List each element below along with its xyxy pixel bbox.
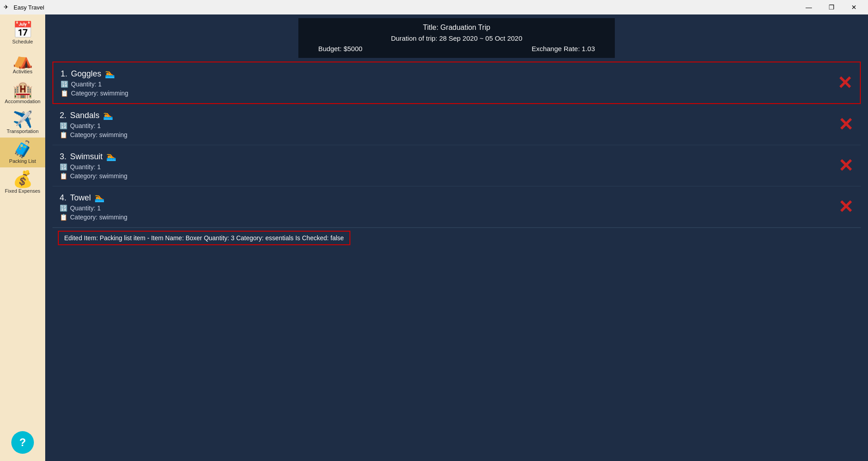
pack-item-2-name: 2. Sandals 🏊 — [60, 110, 127, 120]
pack-item-1-category: 📋 Category: swimming — [61, 90, 128, 97]
pack-item-3-name: 3. Swimsuit 🏊 — [60, 152, 127, 162]
delete-button-1[interactable] — [837, 74, 853, 92]
help-button[interactable]: ? — [11, 431, 34, 454]
app-title: Easy Travel — [14, 4, 44, 11]
exchange-label: Exchange Rate: 1.03 — [532, 45, 595, 52]
category-icon-2: 📋 — [60, 131, 67, 138]
maximize-button[interactable]: ❐ — [821, 0, 842, 14]
pack-item-4-number: 4. — [60, 193, 66, 203]
sidebar-item-packing[interactable]: 🧳 Packing List — [0, 138, 45, 167]
pack-item-4-cat-label: Category: swimming — [70, 214, 127, 221]
pack-item-4: 4. Towel 🏊 🔢 Quantity: 1 📋 Category: swi… — [52, 186, 861, 228]
header-info: Title: Graduation Trip Duration of trip:… — [298, 18, 615, 58]
trip-duration: Duration of trip: 28 Sep 2020 ~ 05 Oct 2… — [309, 34, 604, 42]
pack-item-4-name: 4. Towel 🏊 — [60, 193, 127, 203]
delete-button-2[interactable] — [838, 115, 854, 133]
pack-item-4-quantity: 🔢 Quantity: 1 — [60, 204, 127, 212]
pack-item-4-title: Towel — [70, 193, 91, 203]
pack-item-1-emoji: 🏊 — [105, 69, 115, 79]
main-content: Title: Graduation Trip Duration of trip:… — [45, 14, 868, 461]
pack-item-3-left: 3. Swimsuit 🏊 🔢 Quantity: 1 📋 Category: … — [60, 152, 127, 180]
schedule-icon: 📅 — [13, 22, 33, 38]
transportation-icon: ✈️ — [13, 111, 33, 128]
pack-item-3-title: Swimsuit — [70, 152, 103, 162]
category-icon-4: 📋 — [60, 214, 67, 221]
pack-item-4-qty-label: Quantity: 1 — [70, 204, 101, 212]
pack-item-3-number: 3. — [60, 152, 66, 162]
sidebar-item-accommodation[interactable]: 🏨 Accommodation — [0, 78, 45, 108]
trip-title: Title: Graduation Trip — [309, 24, 604, 32]
pack-item-1-left: 1. Goggles 🏊 🔢 Quantity: 1 📋 Category: s… — [61, 69, 128, 97]
sidebar-label-accommodation: Accommodation — [5, 99, 41, 104]
pack-item-3-emoji: 🏊 — [106, 152, 116, 162]
pack-item-1-cat-label: Category: swimming — [71, 90, 128, 97]
pack-item-3: 3. Swimsuit 🏊 🔢 Quantity: 1 📋 Category: … — [52, 145, 861, 186]
close-button[interactable]: ✕ — [844, 0, 864, 14]
sidebar: 📅 Schedule ⛺ Activities 🏨 Accommodation … — [0, 14, 45, 461]
quantity-icon-2: 🔢 — [60, 122, 67, 129]
pack-item-4-left: 4. Towel 🏊 🔢 Quantity: 1 📋 Category: swi… — [60, 193, 127, 221]
app-container: 📅 Schedule ⛺ Activities 🏨 Accommodation … — [0, 14, 868, 461]
budget-label: Budget: $5000 — [318, 45, 363, 52]
pack-item-1: 1. Goggles 🏊 🔢 Quantity: 1 📋 Category: s… — [52, 62, 861, 104]
sidebar-item-schedule[interactable]: 📅 Schedule — [0, 18, 45, 48]
pack-item-1-number: 1. — [61, 69, 67, 79]
pack-item-3-category: 📋 Category: swimming — [60, 172, 127, 180]
quantity-icon-1: 🔢 — [61, 81, 68, 88]
pack-item-2-number: 2. — [60, 111, 66, 120]
pack-item-1-name: 1. Goggles 🏊 — [61, 69, 128, 79]
pack-item-2-emoji: 🏊 — [103, 110, 113, 120]
content-area: 1. Goggles 🏊 🔢 Quantity: 1 📋 Category: s… — [45, 58, 868, 461]
sidebar-label-schedule: Schedule — [12, 39, 33, 44]
delete-button-3[interactable] — [838, 157, 854, 175]
delete-button-4[interactable] — [838, 198, 854, 216]
pack-item-1-qty-label: Quantity: 1 — [71, 81, 102, 88]
pack-item-2-category: 📋 Category: swimming — [60, 131, 127, 138]
category-icon-1: 📋 — [61, 90, 68, 97]
pack-item-2-title: Sandals — [70, 111, 99, 120]
pack-item-1-title: Goggles — [71, 69, 101, 79]
minimize-button[interactable]: — — [798, 0, 819, 14]
expenses-icon: 💰 — [13, 171, 33, 187]
pack-item-2-quantity: 🔢 Quantity: 1 — [60, 122, 127, 129]
accommodation-icon: 🏨 — [13, 81, 33, 98]
status-bar: Edited Item: Packing list item - Item Na… — [52, 228, 861, 248]
packing-icon: 🧳 — [13, 141, 33, 157]
sidebar-label-expenses: Fixed Expenses — [5, 188, 40, 194]
sidebar-label-activities: Activities — [13, 69, 32, 74]
trip-budget-row: Budget: $5000 Exchange Rate: 1.03 — [309, 45, 604, 52]
pack-item-4-emoji: 🏊 — [94, 193, 104, 203]
activities-icon: ⛺ — [13, 52, 33, 68]
category-icon-3: 📋 — [60, 172, 67, 180]
title-bar: ✈ Easy Travel — ❐ ✕ — [0, 0, 868, 14]
pack-item-3-quantity: 🔢 Quantity: 1 — [60, 163, 127, 171]
pack-item-2-qty-label: Quantity: 1 — [70, 122, 101, 129]
pack-item-2-left: 2. Sandals 🏊 🔢 Quantity: 1 📋 Category: s… — [60, 110, 127, 138]
sidebar-label-packing: Packing List — [9, 158, 36, 164]
sidebar-item-expenses[interactable]: 💰 Fixed Expenses — [0, 167, 45, 197]
quantity-icon-4: 🔢 — [60, 204, 67, 212]
sidebar-item-activities[interactable]: ⛺ Activities — [0, 48, 45, 78]
quantity-icon-3: 🔢 — [60, 163, 67, 171]
sidebar-item-transportation[interactable]: ✈️ Transportation — [0, 108, 45, 138]
app-icon: ✈ — [4, 4, 11, 11]
pack-item-3-cat-label: Category: swimming — [70, 172, 127, 180]
pack-item-3-qty-label: Quantity: 1 — [70, 163, 101, 171]
pack-item-2: 2. Sandals 🏊 🔢 Quantity: 1 📋 Category: s… — [52, 104, 861, 145]
pack-item-1-quantity: 🔢 Quantity: 1 — [61, 81, 128, 88]
pack-item-4-category: 📋 Category: swimming — [60, 214, 127, 221]
title-bar-controls: — ❐ ✕ — [798, 0, 864, 14]
sidebar-label-transportation: Transportation — [7, 128, 39, 134]
pack-item-2-cat-label: Category: swimming — [70, 131, 127, 138]
status-message: Edited Item: Packing list item - Item Na… — [58, 231, 350, 245]
title-bar-left: ✈ Easy Travel — [4, 4, 44, 11]
